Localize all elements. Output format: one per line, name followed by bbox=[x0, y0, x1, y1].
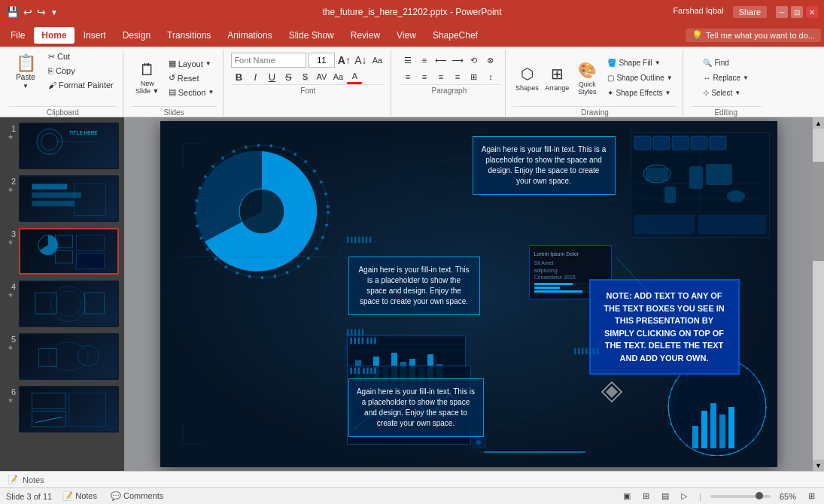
svg-line-23 bbox=[35, 417, 62, 422]
undo-icon[interactable]: ↩ bbox=[23, 6, 32, 18]
bullets-button[interactable]: ☰ bbox=[400, 53, 415, 68]
scroll-thumb[interactable] bbox=[813, 162, 824, 261]
new-slide-button[interactable]: 🗒 NewSlide ▼ bbox=[131, 56, 164, 101]
text-direction-button[interactable]: ⟲ bbox=[467, 53, 482, 68]
layout-button[interactable]: ▦Layout▼ bbox=[166, 57, 217, 71]
section-button[interactable]: ▤Section▼ bbox=[166, 86, 217, 99]
bold-button[interactable]: B bbox=[231, 69, 246, 84]
shapes-button[interactable]: ⬡ Shapes bbox=[513, 63, 540, 93]
strikethrough-button[interactable]: S bbox=[281, 69, 296, 84]
increase-font-button[interactable]: A↑ bbox=[336, 53, 351, 68]
quick-styles-button[interactable]: 🎨 QuickStyles bbox=[573, 63, 601, 93]
align-right-button[interactable]: ≡ bbox=[433, 69, 448, 84]
save-icon[interactable]: 💾 bbox=[6, 6, 19, 18]
menu-home[interactable]: Home bbox=[34, 27, 74, 44]
shape-fill-button[interactable]: 🪣Shape Fill▼ bbox=[604, 56, 676, 70]
zoom-level[interactable]: 65% bbox=[777, 491, 799, 502]
menu-file[interactable]: File bbox=[3, 27, 32, 44]
underline-button[interactable]: U bbox=[264, 69, 279, 84]
reset-button[interactable]: ↺Reset bbox=[166, 71, 217, 85]
scroll-track[interactable] bbox=[813, 129, 824, 460]
text-box-1[interactable]: Again here is your fill-in text. This is… bbox=[473, 136, 616, 195]
zoom-slider[interactable] bbox=[710, 495, 771, 498]
menu-insert[interactable]: Insert bbox=[76, 27, 114, 44]
columns-button[interactable]: ⊞ bbox=[467, 69, 482, 84]
shape-effects-button[interactable]: ✦Shape Effects▼ bbox=[604, 87, 676, 100]
slide-image-3[interactable] bbox=[19, 228, 119, 275]
menu-slideshow[interactable]: Slide Show bbox=[281, 27, 342, 44]
text-box-3[interactable]: Again here is your fill-in text. This is… bbox=[348, 378, 484, 437]
comments-button[interactable]: 💬 Comments bbox=[108, 490, 166, 502]
slide-image-2[interactable] bbox=[19, 175, 119, 222]
vertical-scrollbar: ▲ ▼ bbox=[813, 117, 824, 471]
font-name-input[interactable] bbox=[231, 53, 306, 68]
normal-view-button[interactable]: ▣ bbox=[620, 490, 634, 502]
slide-image-4[interactable] bbox=[19, 281, 119, 327]
indent-more-button[interactable]: ⟶ bbox=[450, 53, 465, 68]
change-case-button[interactable]: Aa bbox=[330, 69, 345, 84]
slide-image-6[interactable] bbox=[19, 386, 119, 433]
font-color-button[interactable]: A bbox=[347, 69, 362, 84]
tell-me-box[interactable]: 💡 Tell me what you want to do... bbox=[686, 29, 821, 42]
slide-thumb-2[interactable]: 2 ★ bbox=[4, 174, 120, 223]
convert-to-smartart-button[interactable]: ⊗ bbox=[483, 53, 498, 68]
customize-icon[interactable]: ▼ bbox=[50, 8, 58, 17]
slide-thumb-6[interactable]: 6 ★ bbox=[4, 384, 120, 434]
numbered-list-button[interactable]: ≡ bbox=[417, 53, 432, 68]
italic-button[interactable]: I bbox=[248, 69, 263, 84]
notes-status-button[interactable]: 📝 Notes bbox=[59, 490, 100, 502]
slide-thumb-3[interactable]: 3 ★ bbox=[4, 226, 120, 276]
find-button[interactable]: 🔍Find bbox=[699, 56, 753, 70]
menu-shapechef[interactable]: ShapeChef bbox=[425, 27, 485, 44]
canvas-area[interactable]: Lorem Ipsum Dolor Sit Amet adipiscing Co… bbox=[124, 117, 813, 471]
arrange-button[interactable]: ⊞ Arrange bbox=[543, 63, 570, 93]
slide-canvas[interactable]: Lorem Ipsum Dolor Sit Amet adipiscing Co… bbox=[160, 121, 777, 467]
close-button[interactable]: ✕ bbox=[806, 6, 818, 18]
slide-thumb-4[interactable]: 4 ★ bbox=[4, 279, 120, 329]
format-painter-button[interactable]: 🖌Format Painter bbox=[45, 78, 117, 92]
justify-button[interactable]: ≡ bbox=[450, 69, 465, 84]
font-label: Font bbox=[231, 84, 385, 95]
align-left-button[interactable]: ≡ bbox=[400, 69, 415, 84]
shape-outline-button[interactable]: ▢Shape Outline▼ bbox=[604, 71, 676, 85]
share-button[interactable]: Share bbox=[733, 6, 767, 18]
decrease-font-button[interactable]: A↓ bbox=[353, 53, 368, 68]
restore-button[interactable]: ⊡ bbox=[791, 6, 803, 18]
menu-review[interactable]: Review bbox=[343, 27, 388, 44]
zoom-thumb[interactable] bbox=[756, 492, 763, 499]
text-box-note[interactable]: NOTE: ADD TEXT TO ANY OF THE TEXT BOXES … bbox=[589, 279, 740, 375]
minimize-button[interactable]: ─ bbox=[776, 6, 788, 18]
spacing-button[interactable]: AV bbox=[314, 69, 329, 84]
clear-format-button[interactable]: Aa bbox=[369, 53, 385, 68]
slide-image-1[interactable]: TITLE HERE bbox=[19, 123, 119, 169]
svg-rect-4 bbox=[32, 184, 67, 189]
scroll-down-button[interactable]: ▼ bbox=[813, 460, 824, 471]
menu-transitions[interactable]: Transitions bbox=[160, 27, 218, 44]
scroll-up-button[interactable]: ▲ bbox=[813, 117, 824, 129]
menu-animations[interactable]: Animations bbox=[220, 27, 279, 44]
paste-button[interactable]: 📋 Paste ▼ bbox=[9, 50, 42, 95]
shadow-button[interactable]: S bbox=[297, 69, 312, 84]
svg-rect-15 bbox=[35, 293, 56, 314]
redo-icon[interactable]: ↪ bbox=[37, 6, 46, 18]
select-button[interactable]: ⊹Select▼ bbox=[699, 87, 753, 100]
reading-view-button[interactable]: ▤ bbox=[658, 490, 672, 502]
menu-view[interactable]: View bbox=[389, 27, 424, 44]
menu-design[interactable]: Design bbox=[115, 27, 158, 44]
slideshow-button[interactable]: ▷ bbox=[678, 490, 690, 502]
slide-thumb-5[interactable]: 5 ★ bbox=[4, 332, 120, 381]
replace-button[interactable]: ↔Replace▼ bbox=[699, 71, 753, 85]
notes-label[interactable]: Notes bbox=[23, 475, 44, 484]
text-box-2[interactable]: Again here is your fill-in text. This is… bbox=[348, 257, 480, 315]
fit-slide-button[interactable]: ⊞ bbox=[805, 490, 818, 502]
slide-image-5[interactable] bbox=[19, 333, 119, 380]
indent-less-button[interactable]: ⟵ bbox=[433, 53, 448, 68]
font-size-input[interactable] bbox=[308, 53, 335, 68]
line-spacing-button[interactable]: ↕ bbox=[483, 69, 498, 84]
copy-button[interactable]: ⎘Copy bbox=[45, 64, 117, 77]
svg-rect-22 bbox=[69, 393, 106, 427]
slide-sorter-button[interactable]: ⊞ bbox=[640, 490, 652, 502]
align-center-button[interactable]: ≡ bbox=[417, 69, 432, 84]
slide-thumb-1[interactable]: 1 ★ TITLE HERE bbox=[4, 121, 120, 171]
cut-button[interactable]: ✂Cut bbox=[45, 50, 117, 63]
